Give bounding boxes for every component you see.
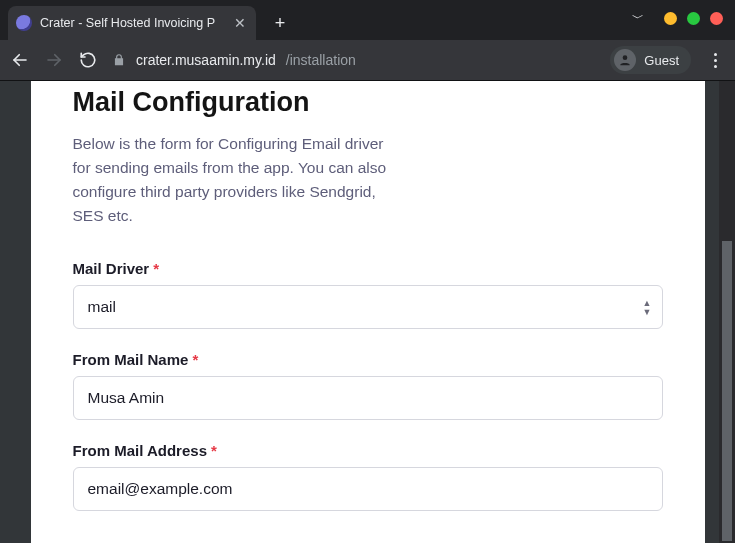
field-mail-driver: Mail Driver* mail ▲▼: [73, 260, 663, 329]
window-close-icon[interactable]: [710, 12, 723, 25]
window-controls: ﹀: [632, 10, 723, 27]
input-from-address-value: email@example.com: [88, 480, 233, 498]
close-tab-icon[interactable]: ✕: [232, 15, 248, 31]
browser-tab-active[interactable]: Crater - Self Hosted Invoicing P ✕: [8, 6, 256, 40]
avatar-icon: [614, 49, 636, 71]
input-from-name[interactable]: Musa Amin: [73, 376, 663, 420]
tab-title: Crater - Self Hosted Invoicing P: [40, 16, 224, 30]
url-host: crater.musaamin.my.id: [136, 52, 276, 68]
select-sort-icon: ▲▼: [643, 299, 652, 316]
new-tab-button[interactable]: +: [266, 9, 294, 37]
label-from-address: From Mail Address*: [73, 442, 663, 459]
chevron-down-icon[interactable]: ﹀: [632, 10, 644, 27]
required-star: *: [192, 351, 198, 368]
page-subtext: Below is the form for Configuring Email …: [73, 132, 403, 228]
browser-toolbar: crater.musaamin.my.id/installation Guest: [0, 40, 735, 81]
page-title: Mail Configuration: [73, 81, 663, 118]
label-mail-driver: Mail Driver*: [73, 260, 663, 277]
vertical-scrollbar[interactable]: [719, 81, 735, 543]
field-from-name: From Mail Name* Musa Amin: [73, 351, 663, 420]
url-path: /installation: [286, 52, 356, 68]
input-from-address[interactable]: email@example.com: [73, 467, 663, 511]
scrollbar-thumb[interactable]: [722, 241, 732, 541]
lock-icon: [112, 53, 126, 67]
window-maximize-icon[interactable]: [687, 12, 700, 25]
required-star: *: [211, 442, 217, 459]
browser-tabstrip: Crater - Self Hosted Invoicing P ✕ + ﹀: [0, 0, 735, 40]
page-scroll[interactable]: Mail Configuration Below is the form for…: [10, 81, 725, 543]
label-from-name: From Mail Name*: [73, 351, 663, 368]
svg-point-2: [623, 55, 628, 60]
browser-menu-button[interactable]: [705, 49, 725, 72]
page-viewport: Mail Configuration Below is the form for…: [0, 81, 735, 543]
window-minimize-icon[interactable]: [664, 12, 677, 25]
select-mail-driver[interactable]: mail ▲▼: [73, 285, 663, 329]
back-button[interactable]: [10, 50, 30, 70]
favicon-icon: [16, 15, 32, 31]
input-from-name-value: Musa Amin: [88, 389, 165, 407]
select-mail-driver-value: mail: [88, 298, 116, 316]
profile-chip[interactable]: Guest: [610, 46, 691, 74]
field-from-address: From Mail Address* email@example.com: [73, 442, 663, 511]
url-bar[interactable]: crater.musaamin.my.id/installation: [112, 52, 596, 68]
reload-button[interactable]: [78, 50, 98, 70]
profile-label: Guest: [644, 53, 679, 68]
forward-button[interactable]: [44, 50, 64, 70]
content-card: Mail Configuration Below is the form for…: [31, 81, 705, 543]
required-star: *: [153, 260, 159, 277]
